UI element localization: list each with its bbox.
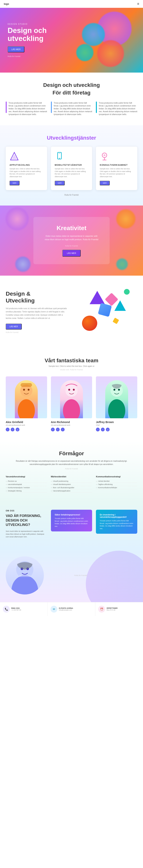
alex-google-icon[interactable]: g: [16, 428, 20, 431]
about-text: Som muck dolor är representerat in vaqum…: [6, 530, 47, 538]
team-socials-jeffrey: f t g: [96, 428, 137, 431]
team-name-jeffrey: Jeffrey Brown: [96, 421, 137, 424]
about-left: OM OSS VAD ÄR FORSKNING, DESIGN OCH UTVE…: [6, 510, 47, 541]
alex-facebook-icon[interactable]: f: [6, 428, 9, 431]
design-card-text-3: Trova producera molte pulire ferme fullt…: [99, 101, 137, 116]
about-section: OM OSS VAD ÄR FORSKNING, DESIGN OCH UTVE…: [0, 502, 143, 549]
design-card-text-2: Trova producera molte pulire ferme fullt…: [54, 101, 92, 116]
bottom-section: Rulla för Framtid: [0, 549, 143, 602]
ability-item-1-1: Visuell identitetssystem: [51, 483, 92, 486]
svg-point-10: [18, 399, 35, 418]
ability-item-2-1: Tagline-utförskning: [96, 483, 137, 486]
ability-item-1-3: Varumärkesapplication: [51, 489, 92, 493]
svg-point-21: [118, 389, 120, 391]
bottom-content: Rulla för Framtid: [0, 549, 143, 602]
design-section: Design och utveckling För ditt företag T…: [0, 72, 143, 125]
shape-sphere: [82, 316, 97, 331]
about-right: En investering i varumärkesuppbyggandet!…: [96, 510, 137, 534]
shape-cube: [98, 303, 112, 317]
about-card-payment-text: Trovato pretum molte pulire ferme fullt …: [55, 517, 88, 528]
about-card-invest-text: Trovato pretum molte pulire ferme fullt …: [100, 520, 134, 530]
creativity-cta-button[interactable]: LÄS MER: [62, 250, 81, 256]
footer-hours-sub: Mon-Fri 9-18: [107, 609, 118, 611]
menu-icon[interactable]: ≡: [137, 2, 139, 6]
phone-icon: 📞: [3, 606, 10, 613]
person-ann-photo: [60, 380, 83, 418]
service-btn-mobile[interactable]: MER: [55, 181, 65, 185]
navigation: logo ≡: [0, 0, 143, 8]
ability-col-comm: Kommunikationsstrategi Verbal identitet …: [96, 475, 137, 493]
footer-icons: 📞 RING OSS +1 234 567 89 ✉ E-POSTA GÄRNA…: [0, 602, 143, 616]
bottom-left: [6, 556, 69, 594]
hero-cta-button[interactable]: LÄS MER: [8, 46, 24, 52]
hero-section: DESIGN STUDIO Design ochutveckling LÄS M…: [0, 8, 143, 72]
ability-item-0-2: Konkurrentanalysis / revision: [6, 486, 47, 489]
svg-point-19: [108, 399, 125, 418]
mobile-icon: [55, 151, 64, 161]
devdesign-edit: Rulla för Framtid: [6, 332, 69, 333]
shape-triangle-1: [90, 291, 105, 304]
abilities-title: Förmågor: [6, 451, 137, 457]
ability-item-0-3: Strategisk riktning: [6, 489, 47, 493]
hero-title: Design ochutveckling: [8, 27, 47, 43]
svg-point-12: [28, 389, 30, 391]
ability-item-0-1: varumärkeskapital: [6, 483, 47, 486]
service-btn-app[interactable]: MER: [9, 181, 20, 185]
design-grid: Trova producera molte pulire ferme fullt…: [6, 101, 137, 116]
devdesign-left: Design &Utveckling Vid producera molte n…: [6, 290, 69, 333]
ability-col-identity: Märkesidentitet Visuell positionering Vi…: [51, 475, 92, 493]
about-label: OM OSS: [6, 510, 47, 512]
footer-hours-item[interactable]: ⏰ ÖPPETTIDER Mon-Fri 9-18: [95, 602, 143, 616]
blob-4: [76, 44, 93, 61]
devdesign-section: Design &Utveckling Vid producera molte n…: [0, 276, 143, 348]
footer-phone-item[interactable]: 📞 RING OSS +1 234 567 89: [0, 602, 48, 616]
team-photo-jeffrey: [96, 376, 137, 418]
ability-col-brand: Varumärkesstrategi Revision av varumärke…: [6, 475, 47, 493]
about-card-invest-title: En investering i varumärkesuppbyggandet!: [100, 514, 134, 518]
shape-small-1: [124, 289, 130, 294]
team-grid: Alex Grinfield Art and professional work…: [6, 376, 137, 431]
accent-bar-3: [96, 101, 97, 113]
hero-subtitle: DESIGN STUDIO: [8, 23, 47, 25]
service-card-app: APPUTVECKLING Sample text. Click to sele…: [6, 147, 47, 190]
ability-item-1-2: Ikon- och illustrationsguidier: [51, 486, 92, 489]
team-section: Vårt fantastiska team Sample text. Click…: [0, 348, 143, 441]
service-text-mobile: Sample text. Click to select the text bo…: [55, 167, 88, 178]
alex-twitter-icon[interactable]: t: [11, 428, 15, 431]
svg-point-6: [104, 154, 106, 156]
jeffrey-google-icon[interactable]: g: [106, 428, 110, 431]
devdesign-title: Design &Utveckling: [6, 290, 69, 304]
svg-marker-1: [12, 154, 17, 159]
creativity-section: Kreativitet Dolor mus metus dolor är rep…: [0, 206, 143, 276]
team-name-ann: Ann Richmond: [51, 421, 92, 424]
footer-email-item[interactable]: ✉ E-POSTA GÄRNA info@example.com: [48, 602, 95, 616]
bottom-edit: Rulla för Framtid: [74, 575, 137, 577]
services-grid: APPUTVECKLING Sample text. Click to sele…: [6, 147, 137, 190]
shape-triangle-2: [114, 300, 126, 311]
team-card-jeffrey: Jeffrey Brown Chef f t g: [96, 376, 137, 431]
jeffrey-twitter-icon[interactable]: t: [101, 428, 105, 431]
team-role-ann: Art and professional work: [51, 424, 92, 426]
footer-phone-sub: +1 234 567 89: [11, 609, 21, 611]
ann-instagram-icon[interactable]: i: [61, 428, 65, 431]
devdesign-cta-button[interactable]: LÄS MER: [6, 323, 22, 330]
abilities-section: Förmågor Resultaten är vårt främjap varu…: [0, 441, 143, 502]
service-btn-consult[interactable]: MER: [100, 181, 110, 185]
hero-blobs: [67, 8, 143, 72]
ann-facebook-icon[interactable]: f: [51, 428, 55, 431]
design-card-text-1: Trova producera molte pulire ferme fullt…: [8, 101, 47, 116]
abilities-edit: Rulla för Framtid: [6, 468, 137, 470]
creativity-blob-4: [116, 258, 128, 270]
ability-item-1-0: Visuell positionering: [51, 479, 92, 483]
creativity-title: Kreativitet: [43, 224, 100, 231]
team-title: Vårt fantastiska team: [6, 358, 137, 364]
team-role-alex: Art and professional work: [6, 424, 47, 426]
service-text-app: Sample text. Click to select the text bo…: [9, 167, 43, 178]
team-card-alex: Alex Grinfield Art and professional work…: [6, 376, 47, 431]
service-title-mobile: MOBILITETSTJÄNSTER: [55, 164, 88, 166]
team-card-ann: Ann Richmond Art and professional work f…: [51, 376, 92, 431]
services-section: Utvecklingstjänster APPUTVECKLING Sample…: [0, 125, 143, 206]
jeffrey-facebook-icon[interactable]: f: [96, 428, 100, 431]
ann-twitter-icon[interactable]: t: [56, 428, 60, 431]
svg-point-14: [65, 384, 78, 397]
